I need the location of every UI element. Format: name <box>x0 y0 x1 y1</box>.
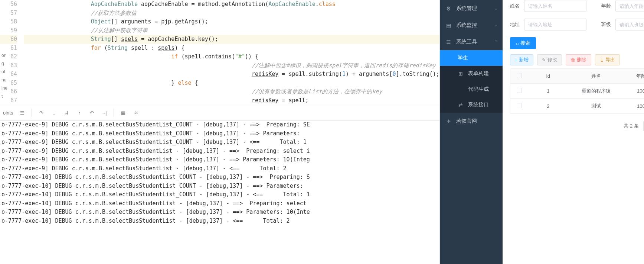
sidebar-item-label: 学生 <box>458 55 468 61</box>
edit-button[interactable]: ✎ 修改 <box>537 54 562 65</box>
data-table: id 姓名 年龄 地址 班级 1霸道的程序猿100CSDN程序猿一班2测试100… <box>510 68 644 114</box>
force-step-icon[interactable]: ⇊ <box>63 109 70 116</box>
step-over-icon[interactable]: ↷ <box>38 109 45 116</box>
trace-icon[interactable]: ≋ <box>133 109 139 116</box>
debug-toolbar: oints ☰ ↷ ↓ ⇊ ↑ ↶ →| ▦ ≋ <box>0 105 439 120</box>
console-output[interactable]: o-7777-exec-9] DEBUG c.r.s.m.B.selectBus… <box>0 120 439 264</box>
sidebar-item-系统监控[interactable]: ▤系统监控⌄ <box>440 17 503 33</box>
menu-icon: ☰ <box>446 39 452 45</box>
label-addr: 地址 <box>510 21 520 28</box>
menu-icon: ⊞ <box>458 71 464 77</box>
step-into-icon[interactable]: ↓ <box>50 109 57 116</box>
col-id: id <box>528 73 568 79</box>
cell-name: 霸道的程序猿 <box>568 88 624 94</box>
table-header: id 姓名 年龄 地址 班级 <box>510 69 644 84</box>
search-button[interactable]: ⌕ 搜索 <box>510 37 536 49</box>
sidebar-item-表单构建[interactable]: ⊞表单构建 <box>440 66 503 81</box>
trash-icon: 🗑 <box>571 57 575 63</box>
select-all-checkbox[interactable] <box>517 73 522 78</box>
plus-icon: + <box>515 57 518 63</box>
addr-input[interactable] <box>524 19 586 30</box>
col-name: 姓名 <box>568 73 624 80</box>
separator <box>114 109 114 117</box>
left-gutter-fragments: orgotnuinet <box>0 52 9 100</box>
sidebar-item-label: 表单构建 <box>468 70 489 77</box>
sidebar-item-代码生成[interactable]: 代码生成 <box>440 81 503 97</box>
breakpoints-label: oints <box>3 110 13 116</box>
code-editor[interactable]: 565758596061626364656667 AopCacheEnable … <box>0 0 439 105</box>
content-pane: 姓名 年龄 地址 班级 ⌕ 搜索 + 新增 ✎ 修改 🗑 删除 ⤓ 导出 id … <box>503 0 644 264</box>
table-row[interactable]: 1霸道的程序猿100CSDN程序猿一班 <box>510 84 644 99</box>
separator <box>32 109 32 117</box>
list-icon[interactable]: ☰ <box>19 109 26 116</box>
chevron-icon: ⌄ <box>494 6 497 10</box>
label-name: 姓名 <box>510 3 520 9</box>
download-icon: ⤓ <box>600 57 604 63</box>
sidebar-item-系统工具[interactable]: ☰系统工具⌃ <box>440 33 503 50</box>
action-bar: + 新增 ✎ 修改 🗑 删除 ⤓ 导出 <box>510 54 644 65</box>
sidebar-item-label: 系统管理 <box>456 5 477 12</box>
menu-icon: ⚙ <box>446 6 452 12</box>
delete-button[interactable]: 🗑 删除 <box>566 54 591 65</box>
ide-pane: 565758596061626364656667 AopCacheEnable … <box>0 0 440 264</box>
table-row[interactable]: 2测试100山东二班123456 <box>510 99 644 113</box>
menu-icon: ✈ <box>446 118 452 124</box>
cell-age: 100 <box>624 88 644 94</box>
sidebar-item-label: 系统工具 <box>456 39 477 45</box>
cell-age: 100 <box>624 103 644 109</box>
label-class: 班级 <box>601 21 612 28</box>
row-checkbox[interactable] <box>517 88 522 93</box>
drop-frame-icon[interactable]: ↶ <box>88 109 95 116</box>
sidebar-item-系统管理[interactable]: ⚙系统管理⌄ <box>440 0 503 17</box>
evaluate-icon[interactable]: ▦ <box>120 109 127 116</box>
sidebar-item-label: 系统接口 <box>468 102 489 108</box>
chevron-icon: ⌃ <box>494 40 497 44</box>
export-button[interactable]: ⤓ 导出 <box>595 54 620 65</box>
cell-id: 1 <box>528 88 568 94</box>
col-age: 年龄 <box>624 73 644 80</box>
sidebar-item-label: 代码生成 <box>468 86 489 93</box>
age-input[interactable] <box>615 0 644 12</box>
sidebar-item-系统接口[interactable]: ⇄系统接口 <box>440 97 503 113</box>
admin-sidebar: ⚙系统管理⌄▤系统监控⌄☰系统工具⌃学生⊞表单构建代码生成⇄系统接口✈若依官网 <box>440 0 503 264</box>
search-icon: ⌕ <box>516 41 519 46</box>
sidebar-item-学生[interactable]: 学生 <box>440 50 503 66</box>
class-input[interactable] <box>615 19 644 30</box>
step-out-icon[interactable]: ↑ <box>76 109 82 116</box>
sidebar-item-label: 系统监控 <box>456 22 477 29</box>
sidebar-item-label: 若依官网 <box>456 118 477 125</box>
label-age: 年龄 <box>601 3 612 9</box>
menu-icon: ▤ <box>446 22 452 28</box>
filter-bar: 姓名 年龄 地址 班级 ⌕ 搜索 <box>510 0 644 54</box>
row-checkbox[interactable] <box>517 103 522 108</box>
menu-icon: ⇄ <box>458 102 464 108</box>
cell-id: 2 <box>528 103 568 109</box>
add-button[interactable]: + 新增 <box>510 54 534 65</box>
cell-name: 测试 <box>568 103 624 109</box>
chevron-icon: ⌄ <box>494 23 497 27</box>
run-to-cursor-icon[interactable]: →| <box>101 109 108 116</box>
name-input[interactable] <box>524 0 586 12</box>
pencil-icon: ✎ <box>542 57 546 63</box>
pagination: 共 2 条 10条/页 ‹ 1 <box>510 114 644 138</box>
pager-total: 共 2 条 <box>624 123 638 129</box>
sidebar-item-若依官网[interactable]: ✈若依官网 <box>440 113 503 129</box>
